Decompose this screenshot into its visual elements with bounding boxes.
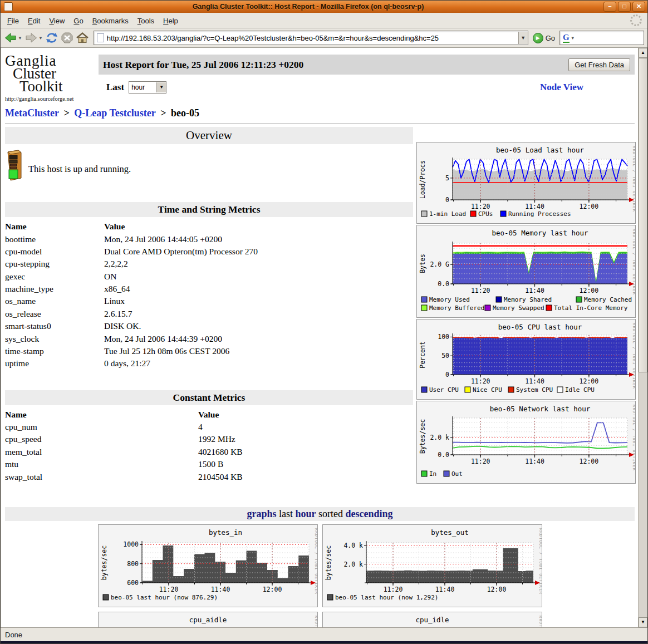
svg-text:System CPU: System CPU: [516, 386, 553, 394]
svg-text:12:00: 12:00: [580, 458, 599, 465]
table-row: cpu-modelDual Core AMD Opteron(tm) Proce…: [5, 245, 413, 258]
svg-text:2.0 G: 2.0 G: [430, 260, 449, 268]
graph-cpu-idle[interactable]: RRDTOOL / TOBI OETIKERcpu_idle: [322, 612, 542, 627]
status-bar: Done: [1, 627, 647, 641]
time-range-select[interactable]: hour ▼: [129, 81, 166, 94]
svg-text:Bytes/sec: Bytes/sec: [419, 419, 426, 454]
metric-name: smart-status0: [5, 320, 104, 332]
metric-name: mtu: [5, 458, 198, 470]
menu-file[interactable]: File: [3, 14, 23, 27]
svg-text:11:40: 11:40: [210, 586, 230, 593]
scroll-up-button[interactable]: ▲: [639, 48, 647, 58]
url-bar: ▼: [94, 31, 528, 45]
graph-network[interactable]: RRDTOOL / TOBI OETIKERbeo-05 Network las…: [416, 401, 636, 484]
svg-text:beo-05 last hour (now 876.29): beo-05 last hour (now 876.29): [111, 594, 218, 601]
url-input[interactable]: [107, 34, 518, 42]
search-box[interactable]: G ▼: [559, 31, 644, 45]
svg-text:12:00: 12:00: [262, 586, 282, 593]
metric-value: 2,2,2,2: [104, 258, 413, 270]
svg-text:beo-05 Network last hour: beo-05 Network last hour: [490, 405, 591, 413]
window-title: Ganglia Cluster Toolkit:: Host Report - …: [13, 3, 603, 11]
svg-text:2.0 k: 2.0 k: [343, 561, 363, 568]
svg-text:RRDTOOL / TOBI OETIKER: RRDTOOL / TOBI OETIKER: [314, 528, 317, 594]
svg-text:1000: 1000: [123, 540, 139, 548]
svg-text:4.0 k: 4.0 k: [343, 542, 363, 549]
forward-dropdown-caret[interactable]: ▼: [38, 36, 43, 41]
stop-button[interactable]: [61, 32, 73, 44]
metric-value: 2.6.15.7: [104, 308, 413, 320]
host-status-icon: [5, 149, 23, 181]
table-row: mtu1500 B: [5, 458, 413, 470]
metric-name: sys_clock: [5, 332, 104, 345]
close-button[interactable]: ✕: [632, 2, 645, 12]
svg-text:0: 0: [445, 371, 449, 378]
forward-arrow-icon: [24, 32, 38, 44]
go-button[interactable]: ▶ Go: [533, 33, 555, 43]
back-dropdown-caret[interactable]: ▼: [18, 36, 22, 41]
svg-text:11:40: 11:40: [435, 586, 454, 593]
table-row: time-stampTue Jul 25 12h 08m 06s CEST 20…: [5, 345, 413, 357]
svg-text:11:20: 11:20: [471, 458, 490, 465]
menu-bookmarks[interactable]: Bookmarks: [88, 14, 133, 27]
column-header: Value: [198, 409, 413, 421]
breadcrumb-metacluster[interactable]: MetaCluster: [5, 107, 59, 119]
svg-text:Memory Cached: Memory Cached: [584, 296, 632, 303]
metric-value: Dual Core AMD Opteron(tm) Processor 270: [104, 245, 413, 258]
scrollbar-thumb[interactable]: [639, 58, 647, 372]
menu-tools[interactable]: Tools: [133, 14, 159, 27]
throbber-icon: [630, 14, 642, 26]
minimize-button[interactable]: –: [603, 2, 616, 12]
breadcrumb-q-leap-testcluster[interactable]: Q-Leap Testcluster: [74, 107, 156, 119]
reload-button[interactable]: [45, 32, 58, 44]
window-icon: [4, 2, 13, 11]
graph-bytes-in[interactable]: RRDTOOL / TOBI OETIKERbytes_in6008001000…: [98, 524, 318, 607]
vertical-scrollbar[interactable]: ▲ ▼: [638, 48, 647, 627]
svg-text:11:20: 11:20: [471, 287, 490, 294]
svg-text:CPUs: CPUs: [478, 210, 493, 218]
host-report-bar: Host Report for Tue, 25 Jul 2006 12:11:2…: [99, 55, 635, 75]
metric-name: cpu_num: [5, 421, 198, 433]
overview-header: Overview: [5, 127, 413, 144]
menu-go[interactable]: Go: [69, 14, 87, 27]
graph-memory[interactable]: RRDTOOL / TOBI OETIKERbeo-05 Memory last…: [416, 225, 636, 318]
back-button[interactable]: ▼: [4, 32, 22, 44]
metric-name: time-stamp: [5, 345, 104, 357]
table-row: boottimeMon, 24 Jul 2006 14:44:05 +0200: [5, 233, 413, 245]
svg-text:Memory Swapped: Memory Swapped: [493, 304, 544, 312]
svg-text:100: 100: [438, 333, 449, 341]
svg-text:11:40: 11:40: [525, 287, 544, 294]
maximize-button[interactable]: □: [618, 2, 631, 12]
svg-text:Memory Used: Memory Used: [429, 296, 470, 303]
graph-cpu-aidle[interactable]: RRDTOOL / TOBI OETIKERcpu_aidle: [98, 612, 318, 627]
node-view-link[interactable]: Node View: [540, 82, 583, 93]
browser-window: Ganglia Cluster Toolkit:: Host Report - …: [0, 0, 648, 644]
url-dropdown-button[interactable]: ▼: [518, 32, 528, 44]
table-row: cpu_num4: [5, 421, 413, 433]
select-dropdown-icon: ▼: [156, 82, 166, 92]
svg-text:RRDTOOL / TOBI OETIKER: RRDTOOL / TOBI OETIKER: [632, 229, 635, 295]
menu-help[interactable]: Help: [159, 14, 183, 27]
home-button[interactable]: [76, 32, 89, 44]
svg-text:600: 600: [127, 579, 139, 587]
graph-bytes-out[interactable]: RRDTOOL / TOBI OETIKERbytes_out2.0 k4.0 …: [322, 524, 542, 607]
get-fresh-data-button[interactable]: Get Fresh Data: [568, 58, 630, 71]
metric-value: ON: [104, 271, 413, 283]
metric-value: 4: [198, 421, 413, 433]
svg-text:11:40: 11:40: [525, 203, 544, 210]
svg-text:Percent: Percent: [419, 341, 426, 368]
table-row: mem_total4021680 KB: [5, 446, 413, 458]
metric-value: 0 days, 21:27: [104, 357, 413, 370]
menu-view[interactable]: View: [45, 14, 69, 27]
graph-cpu[interactable]: RRDTOOL / TOBI OETIKERbeo-05 CPU last ho…: [416, 319, 636, 400]
metric-value: Tue Jul 25 12h 08m 06s CEST 2006: [104, 345, 413, 357]
svg-text:11:20: 11:20: [383, 586, 402, 593]
search-engine-caret[interactable]: ▼: [571, 36, 575, 41]
metric-value: 1500 B: [198, 458, 413, 470]
menu-edit[interactable]: Edit: [23, 14, 45, 27]
column-header: Value: [104, 220, 413, 233]
graph-load[interactable]: RRDTOOL / TOBI OETIKERbeo-05 Load last h…: [416, 142, 636, 224]
forward-button[interactable]: ▼: [24, 32, 43, 44]
svg-text:2.0 k: 2.0 k: [430, 434, 449, 441]
scroll-down-button[interactable]: ▼: [639, 617, 647, 627]
svg-text:beo-05 Memory last hour: beo-05 Memory last hour: [492, 229, 588, 237]
